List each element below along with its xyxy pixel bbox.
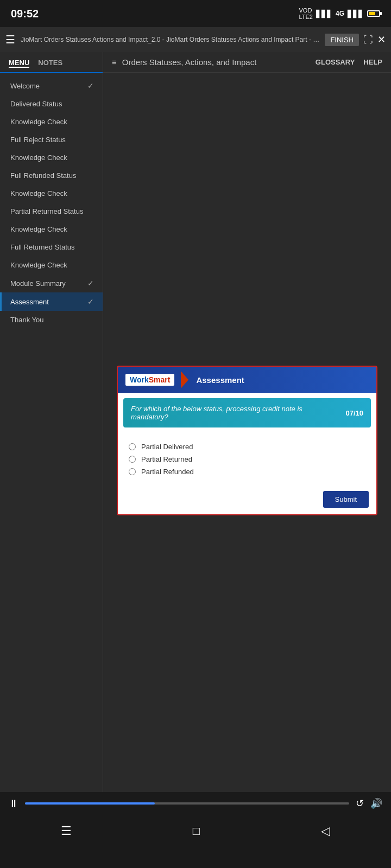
progress-bar-area: ⏸ ↺ 🔊	[0, 792, 391, 815]
worksmart-work-text: WorkSmart	[130, 375, 170, 384]
question-bar: For which of the below status, processin…	[123, 398, 371, 427]
worksmart-logo: WorkSmart	[125, 374, 174, 386]
status-icons: VODLTE2 ▋▋▋ 4G ▋▋▋	[299, 7, 381, 20]
submit-row: Submit	[118, 491, 376, 514]
assessment-card-wrapper: WorkSmart Assessment For which of the be…	[103, 73, 391, 792]
sidebar-item-full-returned-status[interactable]: Full Returned Status	[0, 238, 103, 256]
menu-icon: ≡	[112, 58, 117, 67]
sidebar-item-label: Thank You	[10, 316, 43, 324]
hamburger-icon[interactable]: ☰	[5, 33, 15, 46]
content-area: ≡ Orders Statuses, Actions, and Impact G…	[103, 52, 391, 792]
sidebar-item-knowledge-check-5[interactable]: Knowledge Check	[0, 256, 103, 274]
finish-button[interactable]: FINISH	[325, 34, 359, 46]
content-header: ≡ Orders Statuses, Actions, and Impact G…	[103, 52, 391, 73]
sidebar-item-label: Full Returned Status	[10, 243, 75, 251]
sidebar-item-label: Delivered Status	[10, 100, 62, 108]
card-header-title: Assessment	[196, 375, 244, 385]
nav-home-icon[interactable]: □	[193, 824, 200, 838]
sidebar-tab-notes[interactable]: NOTES	[38, 59, 62, 68]
sidebar-header: MENU NOTES	[0, 52, 103, 73]
help-button[interactable]: HELP	[363, 58, 382, 66]
sidebar-item-label: Knowledge Check	[10, 154, 67, 162]
option-label-1[interactable]: Partial Delivered	[141, 443, 193, 451]
reload-icon[interactable]: ↺	[356, 797, 364, 809]
progress-fill	[25, 802, 155, 805]
sidebar-item-knowledge-check-1[interactable]: Knowledge Check	[0, 113, 103, 131]
check-icon: ✓	[87, 279, 94, 288]
option-radio-3[interactable]	[129, 468, 136, 475]
worksmart-smart: Smart	[149, 375, 171, 384]
sidebar-items: Welcome ✓ Delivered Status Knowledge Che…	[0, 73, 103, 332]
nav-back-icon[interactable]: ◁	[321, 824, 330, 838]
sidebar-item-label: Knowledge Check	[10, 225, 67, 233]
sidebar-item-label: Module Summary	[10, 279, 66, 288]
sidebar-item-knowledge-check-4[interactable]: Knowledge Check	[0, 220, 103, 238]
option-row-2: Partial Returned	[129, 455, 365, 463]
sidebar-item-module-summary[interactable]: Module Summary ✓	[0, 274, 103, 292]
check-icon: ✓	[87, 81, 94, 90]
sidebar-item-label: Partial Returned Status	[10, 207, 83, 215]
sidebar-item-knowledge-check-3[interactable]: Knowledge Check	[0, 184, 103, 202]
question-number: 07/10	[345, 409, 363, 417]
top-bar: ☰ JioMart Orders Statuses Actions and Im…	[0, 27, 391, 52]
option-radio-2[interactable]	[129, 456, 136, 463]
sidebar-item-label: Knowledge Check	[10, 118, 67, 126]
sidebar-item-full-reject-status[interactable]: Full Reject Status	[0, 131, 103, 149]
sidebar-item-label: Full Refunded Status	[10, 171, 76, 180]
question-text: For which of the below status, processin…	[131, 405, 340, 421]
pause-button[interactable]: ⏸	[9, 798, 18, 809]
option-row-3: Partial Refunded	[129, 468, 365, 476]
close-icon[interactable]: ✕	[377, 34, 386, 46]
sidebar-item-label: Full Reject Status	[10, 136, 66, 144]
sidebar-item-label: Knowledge Check	[10, 189, 67, 197]
glossary-button[interactable]: GLOSSARY	[316, 58, 355, 66]
sidebar-tab-menu[interactable]: MENU	[9, 59, 29, 68]
option-label-3[interactable]: Partial Refunded	[141, 468, 194, 476]
battery-icon	[367, 10, 380, 17]
sidebar-item-label: Assessment	[10, 298, 49, 306]
signal2-icon: ▋▋▋	[348, 10, 364, 18]
sidebar-item-delivered-status[interactable]: Delivered Status	[0, 95, 103, 113]
option-radio-1[interactable]	[129, 443, 136, 450]
logo-accent-icon	[181, 371, 188, 388]
worksmart-work: Work	[130, 375, 149, 384]
main-area: MENU NOTES Welcome ✓ Delivered Status Kn…	[0, 52, 391, 792]
submit-button[interactable]: Submit	[323, 491, 369, 508]
voip-icon: VODLTE2	[299, 7, 313, 20]
sidebar-item-thank-you[interactable]: Thank You	[0, 311, 103, 329]
sidebar-item-welcome[interactable]: Welcome ✓	[0, 76, 103, 95]
progress-track[interactable]	[25, 802, 349, 805]
content-header-left: ≡ Orders Statuses, Actions, and Impact	[112, 58, 256, 67]
option-label-2[interactable]: Partial Returned	[141, 455, 192, 463]
fullscreen-icon[interactable]: ⛶	[363, 34, 373, 46]
top-bar-title: JioMart Orders Statuses Actions and Impa…	[21, 36, 319, 43]
sidebar-item-partial-returned-status[interactable]: Partial Returned Status	[0, 202, 103, 220]
top-bar-actions: FINISH ⛶ ✕	[325, 34, 386, 46]
nav-menu-icon[interactable]: ☰	[61, 824, 72, 838]
sidebar-item-label: Knowledge Check	[10, 261, 67, 269]
network-4g-icon: 4G	[336, 10, 344, 17]
volume-icon[interactable]: 🔊	[370, 797, 382, 809]
card-header: WorkSmart Assessment	[118, 367, 376, 393]
status-time: 09:52	[11, 8, 39, 20]
check-icon: ✓	[87, 297, 94, 306]
sidebar-item-assessment[interactable]: Assessment ✓	[0, 292, 103, 311]
card-body: For which of the below status, processin…	[118, 398, 376, 514]
status-bar: 09:52 VODLTE2 ▋▋▋ 4G ▋▋▋	[0, 0, 391, 27]
sidebar-item-label: Welcome	[10, 82, 40, 90]
sidebar: MENU NOTES Welcome ✓ Delivered Status Kn…	[0, 52, 103, 792]
content-title: Orders Statuses, Actions, and Impact	[122, 58, 257, 67]
option-row-1: Partial Delivered	[129, 443, 365, 451]
options-area: Partial Delivered Partial Returned Parti…	[118, 433, 376, 491]
assessment-card: WorkSmart Assessment For which of the be…	[117, 366, 377, 515]
bottom-nav: ☰ □ ◁	[0, 815, 391, 847]
sidebar-item-knowledge-check-2[interactable]: Knowledge Check	[0, 149, 103, 167]
content-header-right: GLOSSARY HELP	[316, 58, 382, 66]
signal-icon: ▋▋▋	[316, 10, 332, 18]
sidebar-item-full-refunded-status[interactable]: Full Refunded Status	[0, 167, 103, 184]
